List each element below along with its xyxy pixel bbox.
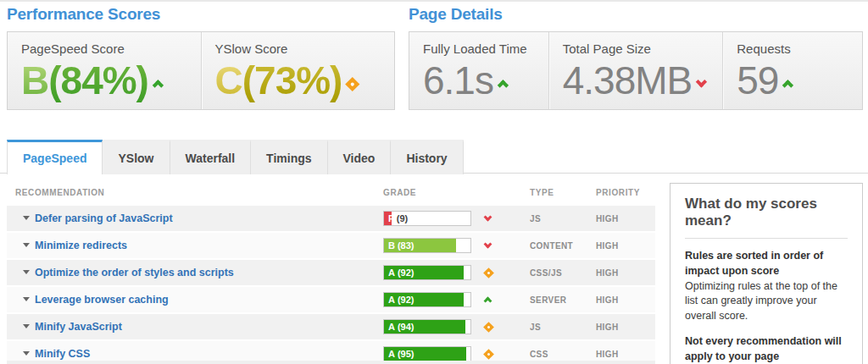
requests-card: Requests 59 [723,32,862,109]
column-header-type: TYPE [530,188,554,197]
info-section-body: Optimizing rules at the top of the list … [685,280,837,323]
table-row-minify-js: Minify JavaScript A(94) JS HIGH [7,314,655,339]
page-details-heading: Page Details [409,5,503,24]
grade-bar-label: A(94) [388,320,415,334]
expand-triangle-icon[interactable] [23,216,30,220]
next-row-partial [7,361,655,364]
priority-cell: HIGH [596,268,619,278]
expand-triangle-icon[interactable] [23,270,30,274]
fully-loaded-time-value: 6.1s [423,58,535,103]
report-tab-bar: PageSpeed YSlow Waterfall Timings Video … [0,140,868,174]
priority-cell: HIGH [596,295,619,305]
trend-down-icon [483,212,497,226]
tab-timings[interactable]: Timings [251,140,327,174]
grade-letter: A [388,267,395,278]
expand-triangle-icon[interactable] [23,324,30,328]
info-section-heading: Rules are sorted in order of impact upon… [685,249,848,279]
pagespeed-trend-up-icon [152,75,170,94]
type-cell: CSS/JS [530,268,562,278]
trend-down-icon [483,240,497,253]
grade-bar-label: A(92) [388,266,415,279]
yslow-grade-percent: (73%) [242,58,342,102]
grade-bar-label: B(83) [388,239,415,252]
trend-diamond-icon [483,267,497,280]
report-tabs: PageSpeed YSlow Waterfall Timings Video … [7,140,868,173]
fully-loaded-time-card: Fully Loaded Time 6.1s [409,32,549,109]
recommendations-table-header: RECOMMENDATION GRADE TYPE PRIORITY [7,183,655,205]
info-panel-title: What do my scores mean? [685,196,848,239]
priority-cell: HIGH [596,350,619,359]
priority-cell: HIGH [596,323,619,332]
type-cell: SERVER [530,295,566,305]
column-header-priority: PRIORITY [596,188,640,197]
type-cell: JS [530,323,541,332]
gtmetrix-report-page: Performance Scores PageSpeed Score B(84%… [0,0,868,364]
pagespeed-score-value: B(84%) [21,58,187,103]
pagespeed-grade-percent: (84%) [48,58,148,102]
recommendations-table: Defer parsing of JavaScript F(9) JS HIGH… [7,206,655,364]
fully-loaded-time-text: 6.1s [423,58,493,102]
table-row-optimize-order: Optimize the order of styles and scripts… [7,260,655,285]
grade-letter: B [388,240,395,251]
pagespeed-score-label: PageSpeed Score [21,41,187,56]
grade-score: (9) [397,213,408,223]
trend-diamond-icon [483,321,497,334]
grade-bar: A(95) [383,346,471,361]
yslow-score-label: YSlow Score [215,41,381,56]
grade-letter: A [388,349,395,359]
type-cell: JS [530,214,541,223]
requests-trend-up-icon [782,75,800,94]
expand-triangle-icon[interactable] [23,297,30,301]
grade-bar: F(9) [383,211,471,226]
performance-scores-panel: PageSpeed Score B(84%) YSlow Score C(73%… [7,31,395,110]
column-header-grade: GRADE [383,188,416,197]
tab-yslow[interactable]: YSlow [103,140,170,174]
info-section-heading: Not every recommendation will apply to y… [685,334,848,364]
grade-score: (92) [398,295,415,305]
expand-triangle-icon[interactable] [23,243,30,247]
grade-score: (83) [398,240,415,251]
page-details-panel: Fully Loaded Time 6.1s Total Page Size 4… [409,31,863,110]
performance-scores-heading: Performance Scores [7,5,160,24]
grade-bar: A(92) [383,265,471,280]
grade-score: (95) [398,349,415,359]
pagespeed-grade-letter: B [21,58,48,102]
yslow-trend-diamond-icon [345,75,364,94]
table-row-defer-parsing: Defer parsing of JavaScript F(9) JS HIGH [7,206,655,231]
grade-bar: A(92) [383,292,471,307]
priority-cell: HIGH [596,214,619,223]
yslow-score-value: C(73%) [215,58,381,103]
requests-label: Requests [737,41,849,56]
tab-video[interactable]: Video [328,140,392,174]
recommendation-link[interactable]: Defer parsing of JavaScript [35,212,173,224]
grade-bar-label: F(9) [388,212,408,225]
grade-letter: A [388,322,395,332]
grade-letter: F [388,213,394,223]
tab-history[interactable]: History [391,140,463,174]
total-page-size-value: 4.38MB [563,58,709,103]
table-row-minimize-redirects: Minimize redirects B(83) CONTENT HIGH [7,233,655,258]
total-page-size-card: Total Page Size 4.38MB [549,32,724,109]
priority-cell: HIGH [596,241,619,251]
yslow-score-card: YSlow Score C(73%) [202,32,395,109]
tab-pagespeed[interactable]: PageSpeed [7,140,103,174]
trend-diamond-icon [483,348,497,361]
grade-letter: A [388,295,395,305]
expand-triangle-icon[interactable] [23,351,30,356]
recommendation-link[interactable]: Minify JavaScript [35,321,122,333]
loaded-time-trend-up-icon [497,75,515,94]
requests-value: 59 [737,58,849,103]
page-size-trend-down-icon [695,75,714,94]
grade-score: (94) [398,322,415,332]
recommendation-link[interactable]: Minimize redirects [35,240,127,251]
table-row-leverage-caching: Leverage browser caching A(92) SERVER HI… [7,287,655,312]
type-cell: CONTENT [530,241,573,251]
column-header-recommendation: RECOMMENDATION [15,188,104,197]
recommendation-link[interactable]: Leverage browser caching [35,294,169,306]
yslow-grade-letter: C [215,58,242,102]
fully-loaded-time-label: Fully Loaded Time [423,41,535,56]
info-section-applicability: Not every recommendation will apply to y… [685,334,848,364]
recommendation-link[interactable]: Optimize the order of styles and scripts [35,267,234,279]
tab-waterfall[interactable]: Waterfall [170,140,252,174]
recommendation-link[interactable]: Minify CSS [35,348,90,360]
